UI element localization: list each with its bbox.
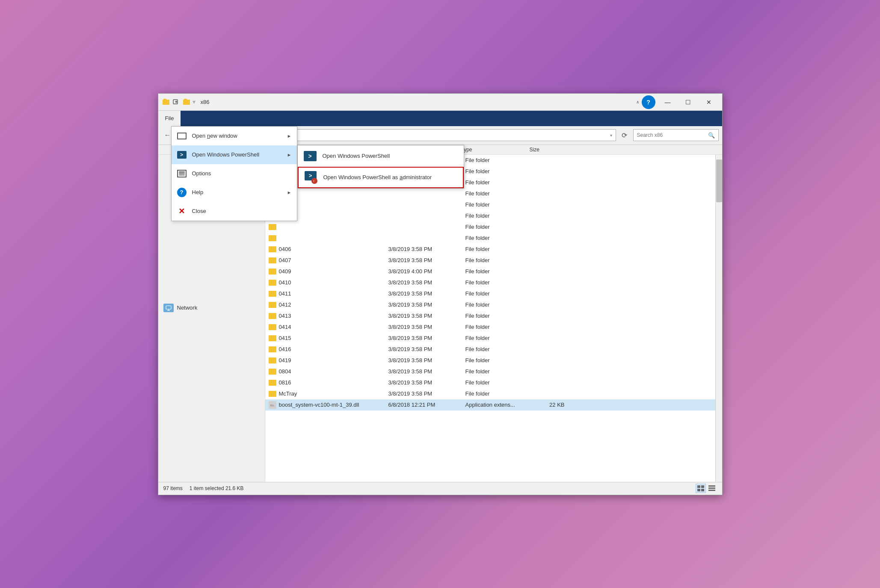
table-row[interactable]: 0414 3/8/2019 3:58 PM File folder [265,322,715,333]
table-row[interactable]: 0411 3/8/2019 3:58 PM File folder [265,288,715,299]
list-view-button[interactable] [707,484,717,493]
quick-access-icon-2[interactable] [172,98,181,105]
table-row[interactable]: File folder [265,188,715,199]
folder-icon [269,246,276,252]
search-icon: 🔍 [708,132,715,139]
folder-icon [269,324,276,330]
explorer-window: ▾ x86 ∧ ? — ☐ ✕ File ← → ↑ x86 ▾ ⟳ 🔍 [158,93,723,495]
quick-access-icon-1 [162,98,170,105]
title-bar-icons: ▾ [162,98,196,105]
table-row[interactable]: File folder [265,199,715,210]
table-row[interactable]: 0413 3/8/2019 3:58 PM File folder [265,310,715,322]
folder-icon [269,257,276,263]
refresh-button[interactable]: ⟳ [619,129,631,141]
svg-rect-14 [697,489,700,491]
svg-rect-17 [708,488,715,489]
svg-rect-7 [166,306,171,309]
table-row[interactable]: 0410 3/8/2019 3:58 PM File folder [265,277,715,288]
quick-access-separator: ▾ [193,98,196,105]
ps-submenu-item-open[interactable]: Open Windows PowerShell [298,145,464,167]
svg-rect-12 [697,485,700,488]
details-view-button[interactable] [696,484,706,493]
menu-label-help: Help [192,189,204,195]
col-header-size[interactable]: Size [530,145,564,154]
folder-icon [269,280,276,286]
ps-submenu: Open Windows PowerShell ! [297,145,464,189]
svg-rect-13 [701,485,704,488]
folder-icon [269,380,276,386]
file-menu: Open new window ► Open Windows PowerShel… [171,126,297,221]
table-row[interactable]: 0419 3/8/2019 3:58 PM File folder [265,355,715,366]
search-box[interactable]: 🔍 [633,129,719,141]
table-row[interactable]: 0804 3/8/2019 3:58 PM File folder [265,366,715,377]
ribbon-bar: File [158,111,722,126]
folder-icon [269,391,276,397]
admin-badge: ! [311,178,317,184]
table-row-selected[interactable]: DLL boost_system-vc100-mt-1_39.dll 6/8/2… [265,399,715,411]
close-menu-icon: ✕ [177,206,187,216]
svg-text:DLL: DLL [270,404,274,407]
menu-item-options[interactable]: Options [172,164,297,183]
folder-icon [269,335,276,341]
svg-rect-6 [184,99,187,101]
window-title: x86 [201,99,210,105]
folder-icon [269,224,276,230]
network-label: Network [177,304,198,311]
item-count: 97 items [163,485,183,491]
col-header-type[interactable]: Type [461,145,530,154]
menu-item-help[interactable]: ? Help ► [172,183,297,202]
status-bar: 97 items 1 item selected 21.6 KB [158,482,722,495]
search-input[interactable] [637,132,706,138]
selection-info: 1 item selected 21.6 KB [190,485,244,491]
table-row[interactable]: 0416 3/8/2019 3:58 PM File folder [265,344,715,355]
table-row[interactable]: 0407 3/8/2019 3:58 PM File folder [265,255,715,266]
svg-rect-16 [708,485,715,487]
folder-icon [269,346,276,352]
table-row[interactable]: 0409 3/8/2019 4:00 PM File folder [265,266,715,277]
submenu-arrow-ps: ► [287,152,292,157]
minimize-button[interactable]: — [658,95,678,109]
menu-item-open-new-window[interactable]: Open new window ► [172,127,297,145]
svg-rect-2 [163,99,166,101]
table-row[interactable]: File folder [265,222,715,233]
open-window-icon [177,131,187,141]
quick-access-icon-3 [182,98,191,105]
file-menu-overlay: Open new window ► Open Windows PowerShel… [171,126,297,221]
ps-admin-label: Open Windows PowerShell as administrator [323,174,432,180]
view-controls [696,484,717,493]
submenu-arrow: ► [287,133,292,139]
ps-submenu-item-admin[interactable]: ! Open Windows PowerShell as administrat… [298,167,464,188]
folder-icon [269,313,276,319]
submenu-arrow-help: ► [287,190,292,195]
table-row[interactable]: 0415 3/8/2019 3:58 PM File folder [265,333,715,344]
folder-icon [269,358,276,363]
table-row[interactable]: File folder [265,233,715,244]
table-row[interactable]: 0412 3/8/2019 3:58 PM File folder [265,299,715,310]
folder-icon [269,235,276,241]
options-icon [177,168,187,179]
network-icon [163,304,174,312]
maximize-button[interactable]: ☐ [679,95,698,109]
file-tab[interactable]: File [158,111,181,126]
table-row[interactable]: File folder [265,210,715,222]
scrollbar-thumb[interactable] [716,160,722,202]
ps-icon-open [304,151,317,161]
address-chevron: ▾ [610,133,612,138]
folder-icon [269,302,276,308]
svg-rect-1 [163,101,169,105]
close-button[interactable]: ✕ [699,95,719,109]
table-row[interactable]: 0816 3/8/2019 3:58 PM File folder [265,377,715,388]
svg-rect-5 [183,101,190,105]
folder-icon [269,369,276,375]
menu-item-open-powershell[interactable]: Open Windows PowerShell ► Open Windows P… [172,145,297,164]
help-button[interactable]: ? [642,95,655,109]
ps-open-label: Open Windows PowerShell [323,153,390,159]
ribbon-collapse[interactable]: ∧ [636,100,639,104]
menu-item-close[interactable]: ✕ Close [172,202,297,221]
scrollbar[interactable] [715,155,722,482]
table-row[interactable]: McTray 3/8/2019 3:58 PM File folder [265,388,715,399]
sidebar-item-network[interactable]: Network [158,302,265,314]
table-row[interactable]: 0406 3/8/2019 3:58 PM File folder [265,244,715,255]
menu-label-powershell: Open Windows PowerShell [192,151,260,158]
file-list[interactable]: File folder File folder File folder File… [265,155,715,482]
